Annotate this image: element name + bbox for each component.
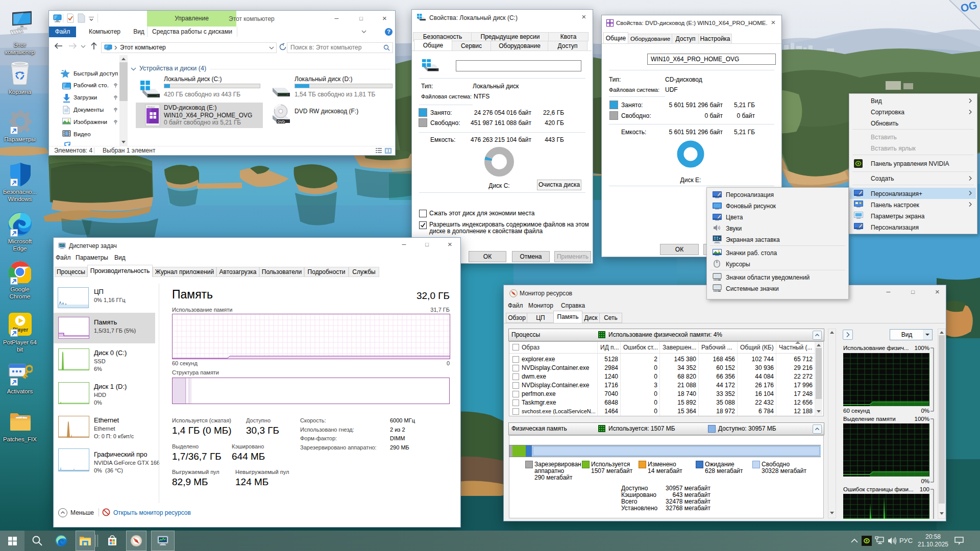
svg-text:DVD: DVD [278, 120, 285, 123]
svg-text:Windows: Windows [148, 106, 155, 108]
